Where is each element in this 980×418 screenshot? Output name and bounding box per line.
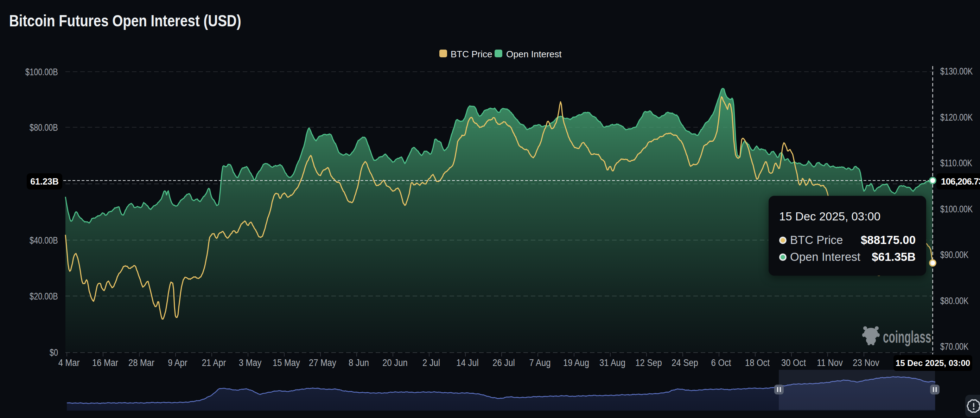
svg-text:coinglass: coinglass <box>883 327 931 346</box>
